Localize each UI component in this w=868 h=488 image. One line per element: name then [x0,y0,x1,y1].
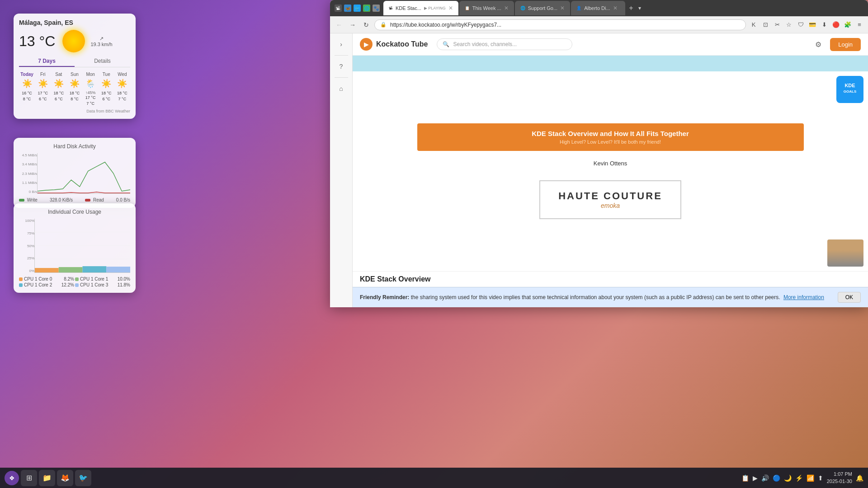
tray-notifications[interactable]: 🔔 [856,474,863,482]
favicon-video[interactable]: 📽 [335,5,342,12]
browser-tab-support[interactable]: 🌐 Support Go... ✕ [515,1,570,15]
browser-tab-thisweek[interactable]: 📋 This Week ... ✕ [459,1,514,15]
video-main-title: KDE Stack Overview and How It All Fits T… [426,130,795,137]
tray-network[interactable]: 📶 [807,474,814,482]
search-placeholder: Search videos, channels... [453,41,517,47]
kockatoo-logo: ▶ Kockatoo Tube [360,38,428,51]
kde-icon[interactable]: K [749,20,759,30]
shield-icon[interactable]: 🛡 [796,20,806,30]
addon-icon[interactable]: 🧩 [843,20,853,30]
favicon-paw[interactable]: 🐾 [373,5,380,12]
weather-tab-7days[interactable]: 7 Days [19,56,75,67]
favicon-bird[interactable]: 🐦 [354,5,361,12]
browser-favicon-shortcuts: 📽 🦋 🐦 🌐 🐾 [332,5,382,12]
video-brand-sub: emoka [558,202,662,209]
browser-sidebar: › ? ⌂ [330,33,353,307]
cpu-widget: Individual Core Usage 100% 75% 50% 25% 0… [14,203,136,293]
taskbar-pager[interactable]: ⊞ [21,470,37,486]
disk-read-value: 0.0 B/s [116,197,130,202]
tray-bluetooth[interactable]: 🔵 [773,474,780,482]
tray-night[interactable]: 🌙 [784,474,792,482]
cpu-chart-area [34,219,130,273]
weather-sun-icon [62,30,85,52]
cpu-core-1-row: CPU 1 Core 1 10.0% [75,277,130,282]
sidebar-home-icon[interactable]: ⌂ [334,81,349,96]
bookmark-icon[interactable]: ☆ [784,20,794,30]
tray-media[interactable]: ▶ [753,474,758,482]
svg-rect-4 [59,267,83,272]
tab-close-support[interactable]: ✕ [560,5,565,11]
sidebar-divider-1 [335,55,348,56]
svg-rect-5 [83,266,107,272]
settings-icon[interactable]: ⚙ [811,37,826,52]
taskbar-browser[interactable]: 🦊 [57,470,73,486]
taskbar-mastodon[interactable]: 🐦 [75,470,91,486]
sidebar-nav-icon[interactable]: › [334,37,349,52]
browser-main: ▶ Kockatoo Tube 🔍 Search videos, channel… [353,33,868,307]
weather-day-fri: Fri ☀️ 17 °C6 °C [35,72,51,106]
tab-close-kde[interactable]: ✕ [448,5,453,11]
login-button[interactable]: Login [830,38,861,51]
address-bar[interactable]: 🔒 https://tube.kockatoo.org/w/rbyKFyepyg… [374,19,746,30]
screenshot-icon[interactable]: ✂ [772,20,782,30]
disk-write-value: 328.0 KiB/s [50,197,73,202]
search-bar[interactable]: 🔍 Search videos, channels... [437,38,572,50]
weather-day-mon: Mon 🌦️ ↑45% 17 °C7 °C [83,72,99,106]
reload-button[interactable]: ↻ [361,19,372,30]
disk-read-legend: Read [85,197,104,202]
browser-toolbar: ← → ↻ 🔒 https://tube.kockatoo.org/w/rbyK… [330,16,868,33]
notification-bold: Friendly Reminder: [360,294,409,300]
browser-tabs-bar: 📽 🦋 🐦 🌐 🐾 📽 KDE Stac... ▶ PLAYING ✕ 📋 Th… [330,0,868,16]
start-button[interactable]: ❖ [5,471,19,485]
cpu-y-labels: 100% 75% 50% 25% 0% [19,219,34,273]
tray-battery[interactable]: ⚡ [795,474,803,482]
disk-widget: Hard Disk Activity 4.5 MiB/s 3.4 MiB/s 2… [14,138,136,208]
weather-widget: Málaga, Spain, ES 13 °C ↗ 19.3 km/h 7 Da… [14,14,136,119]
ok-button[interactable]: OK [838,292,861,303]
reader-icon[interactable]: ⊡ [760,20,770,30]
taskbar-files[interactable]: 📁 [39,470,55,486]
favicon-globe[interactable]: 🌐 [363,5,370,12]
video-pip-content [827,239,863,267]
tray-volume[interactable]: 🔊 [761,474,769,482]
back-button[interactable]: ← [334,19,344,30]
weather-day-wed: Wed ☀️ 18 °C7 °C [114,72,130,106]
notification-text: Friendly Reminder: the sharing system us… [360,294,832,300]
weather-location: Málaga, Spain, ES [19,19,130,26]
disk-chart-area [37,153,130,194]
weather-day-sun: Sun ☀️ 18 °C8 °C [66,72,82,106]
video-frame: KDE GOALS KDE Stack Overview and How It … [353,71,868,271]
wallet-icon[interactable]: 💳 [807,20,817,30]
weather-tab-details[interactable]: Details [75,56,130,67]
sidebar-help-icon[interactable]: ? [334,59,349,74]
weather-wind: ↗ 19.3 km/h [90,36,112,47]
weather-day-tue: Tue ☀️ 18 °C6 °C [99,72,114,106]
favicon-butterfly[interactable]: 🦋 [344,5,351,12]
svg-rect-6 [106,267,130,272]
notification-body: the sharing system used for this video i… [411,294,780,300]
tab-close-thisweek[interactable]: ✕ [504,5,509,11]
disk-y-labels: 4.5 MiB/s 3.4 MiB/s 2.3 MiB/s 1.1 MiB/s … [19,153,37,194]
browser-tab-kde[interactable]: 📽 KDE Stac... ▶ PLAYING ✕ [383,1,458,15]
sidebar-divider-2 [335,77,348,78]
taskbar-clock[interactable]: 1:07 PM 2025-01-30 [827,471,852,485]
tab-close-alberto[interactable]: ✕ [613,5,618,11]
download-icon[interactable]: ⬇ [819,20,829,30]
menu-icon[interactable]: ≡ [854,20,864,30]
browser-tab-alberto[interactable]: 👤 Alberto Di... ✕ [571,1,625,15]
weather-day-sat: Sat ☀️ 18 °C6 °C [51,72,66,106]
video-subtitle: High Level? Low Level? It'll be both my … [426,139,795,145]
tab-dropdown-chevron[interactable]: ▾ [637,5,643,11]
forward-button[interactable]: → [347,19,358,30]
browser-content: › ? ⌂ ▶ Kockatoo Tube 🔍 Search videos, c… [330,33,868,307]
weather-current: 13 °C ↗ 19.3 km/h [19,30,130,52]
shield2-icon[interactable]: 🔴 [831,20,841,30]
address-text: https://tube.kockatoo.org/w/rbyKFyepygac… [390,22,740,28]
cpu-title: Individual Core Usage [19,209,130,215]
taskbar: ❖ ⊞ 📁 🦊 🐦 📋 ▶ 🔊 🔵 🌙 ⚡ 📶 ⬆ 1:07 PM 2025-0… [0,468,868,488]
new-tab-button[interactable]: + [626,4,636,12]
more-info-link[interactable]: More information [783,294,824,300]
tray-expand[interactable]: ⬆ [818,474,823,482]
video-title-below: KDE Stack Overview [353,271,868,287]
tray-clipboard[interactable]: 📋 [741,474,749,482]
